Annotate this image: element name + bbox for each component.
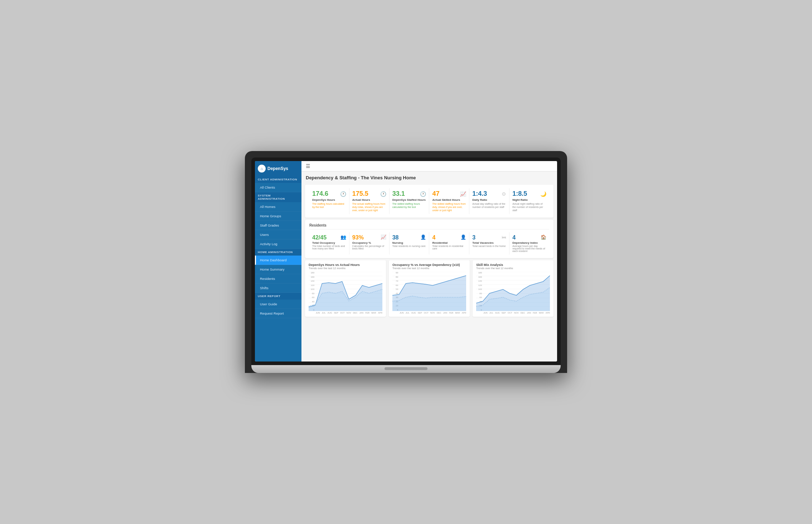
chart3-x-labels: JUNJULAUGSEPOCT NOVDECJANFEBMARAPR <box>483 312 550 314</box>
daily-ratio-value: 1:4.3 <box>472 190 506 198</box>
chart1-x-labels: JUNJULAUGSEPOCT NOVDECJANFEBMARAPR <box>316 312 382 314</box>
dependency-index-desc: Average hours per day required to meet t… <box>512 245 546 252</box>
actual-hours-desc: The actual staffing hours from duty rota… <box>352 202 386 212</box>
person-icon-1: 👤 <box>420 234 426 240</box>
stat-total-occupancy: 👥 42/45 Total Occupancy The total number… <box>309 232 349 254</box>
chart-skill-mix: Skill Mix Analysis Trends over the last … <box>473 260 554 317</box>
chart3-area <box>476 272 550 311</box>
clock-icon-1: 🕐 <box>340 191 346 197</box>
laptop-frame: ⌂ DepenSys CLIENT ADMINISTRATION All Cli… <box>245 151 567 373</box>
chart1-subtitle: Trends over the last 12 months <box>309 267 382 270</box>
logo-icon: ⌂ <box>258 165 266 173</box>
night-ratio-label: Night Ratio <box>512 198 546 202</box>
stat-total-vacancies: 🛏 3 Total Vacancies Total vacant beds in… <box>469 232 509 254</box>
dependency-stats-row: 🕐 174.6 DepenSys Hours The staffing hour… <box>309 188 549 214</box>
total-vacancies-label: Total Vacancies <box>472 241 506 244</box>
residential-desc: Total residents in residential care <box>432 245 466 250</box>
screen-bezel: ⌂ DepenSys CLIENT ADMINISTRATION All Cli… <box>251 157 561 365</box>
sidebar-item-home-groups[interactable]: Home Groups <box>255 212 301 221</box>
sidebar-item-staff-grades[interactable]: Staff Grades <box>255 221 301 230</box>
dependency-index-label: Dependancy Index <box>512 241 546 244</box>
depensys-staffed-desc: The skilled staffing hours calculated by… <box>392 202 426 209</box>
total-vacancies-desc: Total vacant beds in the home <box>472 245 506 247</box>
stat-depensys-staffed: 🕐 33.1 DepenSys Staffed Hours The skille… <box>390 188 430 214</box>
sidebar-item-shifts[interactable]: Shifts <box>255 283 301 293</box>
stat-daily-ratio: ⚙ 1:4.3 Daily Ratio Actual day staffing … <box>469 188 509 214</box>
chart2-area <box>392 272 466 311</box>
residents-card: Residents 👥 42/45 Total Occupancy The to… <box>305 220 554 258</box>
stat-actual-skilled: 📈 47 Actual Skilled Hours The skilled st… <box>429 188 469 214</box>
sidebar-item-users[interactable]: Users <box>255 230 301 239</box>
trend-icon: 📈 <box>460 191 466 197</box>
laptop-base <box>251 365 561 373</box>
dependency-staffing-card: 🕐 174.6 DepenSys Hours The staffing hour… <box>305 185 554 218</box>
total-vacancies-value: 3 <box>472 234 506 241</box>
section-client-admin: CLIENT ADMINISTRATION <box>255 176 301 183</box>
chart3-title: Skill Mix Analysis <box>476 263 550 267</box>
trend-icon-2: 📈 <box>381 234 386 240</box>
actual-hours-label: Actual Hours <box>352 198 386 202</box>
actual-skilled-label: Actual Skilled Hours <box>432 198 466 202</box>
home-icon: 🏠 <box>541 234 546 240</box>
stat-actual-hours: 🕐 175.5 Actual Hours The actual staffing… <box>349 188 390 214</box>
total-occupancy-desc: The total number of beds and how many ar… <box>312 245 346 250</box>
chart3-subtitle: Trends over the last 12 months <box>476 267 550 270</box>
stat-occupancy-pct: 📈 93% Occupancy % Calculates the percent… <box>349 232 390 254</box>
sidebar-item-home-summary[interactable]: Home Summary <box>255 265 301 274</box>
chart2-subtitle: Trends over the last 12 months <box>392 267 466 270</box>
chart2-title: Occupancy % vs Average Dependency (x10) <box>392 263 466 267</box>
section-user-report: USER REPORT <box>255 293 301 300</box>
sidebar-item-residents[interactable]: Residents <box>255 274 301 283</box>
nursing-label: Nursing <box>392 241 426 244</box>
stat-night-ratio: 🌙 1:8.5 Night Ratio Actual night staffin… <box>509 188 549 214</box>
actual-skilled-desc: The skilled staffing hours from duty, sh… <box>432 202 466 212</box>
total-occupancy-label: Total Occupancy <box>312 241 346 244</box>
depensys-staffed-label: DepenSys Staffed Hours <box>392 198 426 202</box>
bed-icon: 🛏 <box>502 234 506 240</box>
occupancy-pct-label: Occupancy % <box>352 241 386 244</box>
night-ratio-desc: Actual night staffing ratio of the numbe… <box>512 202 546 212</box>
daily-ratio-desc: Actual day staffing ratio of the number … <box>472 202 506 209</box>
nursing-desc: Total residents in nursing care <box>392 245 426 247</box>
stat-residential: 👤 4 Residential Total residents in resid… <box>429 232 469 254</box>
sidebar-item-all-clients[interactable]: All Clients <box>255 183 301 192</box>
main-content: ☰ Dependency & Staffing - The Vines Nurs… <box>301 161 557 362</box>
sidebar: ⌂ DepenSys CLIENT ADMINISTRATION All Cli… <box>255 161 301 362</box>
logo: ⌂ DepenSys <box>255 161 301 176</box>
residents-stats-row: 👥 42/45 Total Occupancy The total number… <box>309 232 549 254</box>
page-title: Dependency & Staffing - The Vines Nursin… <box>301 171 557 183</box>
clock-icon-2: 🕐 <box>380 191 386 197</box>
section-home-admin: HOME AMINISTRATION <box>255 249 301 256</box>
sidebar-item-request-report[interactable]: Request Report <box>255 309 301 318</box>
residents-card-title: Residents <box>309 223 549 229</box>
chart-occupancy-vs-dependency: Occupancy % vs Average Dependency (x10) … <box>389 260 470 317</box>
depensys-hours-label: DepenSys Hours <box>312 198 346 202</box>
section-system-admin: SYSTEM ADMINISTRATION <box>255 192 301 202</box>
residential-label: Residential <box>432 241 466 244</box>
chart1-title: DepenSys Hours vs Actual Hours <box>309 263 382 267</box>
chart2-x-labels: JUNJULAUGSEPOCT NOVDECJANFEBMARAPR <box>400 312 466 314</box>
sidebar-item-home-dashboard[interactable]: Home Dashboard <box>255 256 301 265</box>
sidebar-item-all-homes[interactable]: All Homes <box>255 202 301 212</box>
gear-icon: ⚙ <box>502 191 506 197</box>
chart-depensys-vs-actual: DepenSys Hours vs Actual Hours Trends ov… <box>305 260 386 317</box>
app-name: DepenSys <box>267 166 288 171</box>
hamburger-icon[interactable]: ☰ <box>306 163 310 169</box>
person-icon-2: 👤 <box>460 234 466 240</box>
moon-icon: 🌙 <box>540 191 546 197</box>
stat-nursing: 👤 38 Nursing Total residents in nursing … <box>390 232 430 254</box>
stat-dependency-index: 🏠 4 Dependancy Index Average hours per d… <box>509 232 549 254</box>
sidebar-item-user-guide[interactable]: User Guide <box>255 300 301 309</box>
sidebar-item-activity-log[interactable]: Activity Log <box>255 239 301 249</box>
screen: ⌂ DepenSys CLIENT ADMINISTRATION All Cli… <box>255 161 557 362</box>
people-icon-1: 👥 <box>340 234 346 240</box>
depensys-hours-desc: The staffing hours calculated by the too… <box>312 202 346 209</box>
charts-row: DepenSys Hours vs Actual Hours Trends ov… <box>305 260 554 317</box>
chart1-area <box>309 272 382 311</box>
stat-depensys-hours: 🕐 174.6 DepenSys Hours The staffing hour… <box>309 188 349 214</box>
clock-icon-3: 🕐 <box>420 191 426 197</box>
top-bar: ☰ <box>301 161 557 171</box>
occupancy-pct-desc: Calculates the percentage of beds filled <box>352 245 386 250</box>
daily-ratio-label: Daily Ratio <box>472 198 506 202</box>
